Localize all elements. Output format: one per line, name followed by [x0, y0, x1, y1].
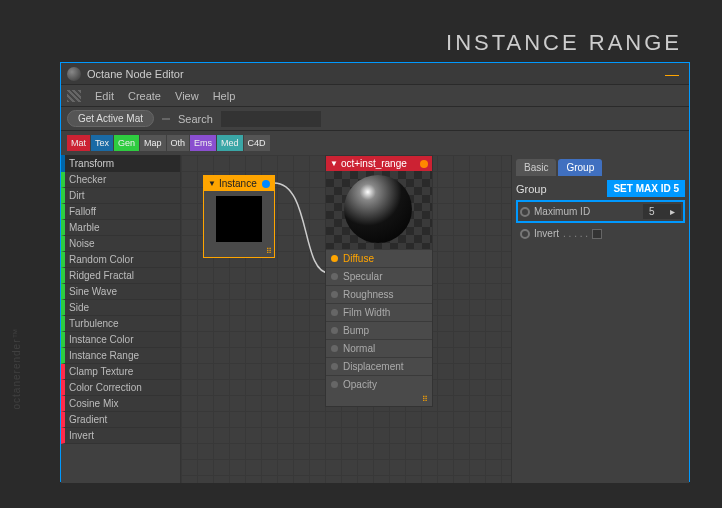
toolbar: Get Active Mat Search	[61, 107, 689, 131]
instance-preview	[204, 191, 274, 247]
output-port[interactable]	[262, 180, 270, 188]
list-item[interactable]: Random Color	[61, 252, 180, 268]
list-item[interactable]: Cosine Mix	[61, 396, 180, 412]
slot-label: Diffuse	[343, 253, 374, 264]
slot-label: Roughness	[343, 289, 394, 300]
category-row: MatTexGenMapOthEmsMedC4D	[61, 131, 689, 155]
tab-basic[interactable]: Basic	[516, 159, 556, 176]
list-item[interactable]: Noise	[61, 236, 180, 252]
list-item[interactable]: Checker	[61, 172, 180, 188]
watermark: octanerender™	[2, 288, 32, 448]
slot-label: Specular	[343, 271, 382, 282]
material-node-header[interactable]: ▼ oct+inst_range	[326, 156, 432, 171]
category-oth[interactable]: Oth	[167, 135, 190, 151]
preview-sphere	[344, 175, 412, 243]
search-label: Search	[178, 113, 213, 125]
menu-help[interactable]: Help	[213, 90, 236, 102]
category-mat[interactable]: Mat	[67, 135, 90, 151]
instance-node-title: Instance	[219, 178, 257, 189]
group-label: Group	[516, 183, 547, 195]
slot-specular[interactable]: Specular	[326, 267, 432, 285]
list-item[interactable]: Sine Wave	[61, 284, 180, 300]
slot-label: Displacement	[343, 361, 404, 372]
slot-normal[interactable]: Normal	[326, 339, 432, 357]
slot-label: Bump	[343, 325, 369, 336]
slot-displacement[interactable]: Displacement	[326, 357, 432, 375]
list-item[interactable]: Side	[61, 300, 180, 316]
material-preview	[326, 171, 432, 249]
menu-bar: Edit Create View Help	[61, 85, 689, 107]
invert-checkbox[interactable]	[592, 229, 602, 239]
grip-icon	[67, 90, 81, 102]
maximum-id-label: Maximum ID	[534, 206, 590, 217]
radio-icon[interactable]	[520, 207, 530, 217]
category-med[interactable]: Med	[217, 135, 243, 151]
material-node[interactable]: ▼ oct+inst_range DiffuseSpecularRoughnes…	[325, 155, 433, 407]
input-port[interactable]	[331, 381, 338, 388]
window-titlebar[interactable]: Octane Node Editor —	[61, 63, 689, 85]
maximum-id-field[interactable]: 5▸	[643, 204, 681, 219]
invert-row[interactable]: Invert . . . . .	[516, 226, 685, 241]
list-item[interactable]: Instance Color	[61, 332, 180, 348]
node-list-panel[interactable]: Transform CheckerDirtFalloffMarbleNoiseR…	[61, 155, 181, 483]
category-ems[interactable]: Ems	[190, 135, 216, 151]
panel-tabs: Basic Group	[516, 159, 685, 176]
page-heading: INSTANCE RANGE	[446, 30, 682, 56]
input-port[interactable]	[331, 291, 338, 298]
resize-handle-icon[interactable]: ⠿	[326, 393, 432, 406]
properties-panel: Basic Group Group SET MAX ID 5 Maximum I…	[511, 155, 689, 483]
node-graph[interactable]: ▼ Instance ⠿ ▼ oct+inst_range DiffuseSpe…	[181, 155, 511, 483]
slot-roughness[interactable]: Roughness	[326, 285, 432, 303]
input-port[interactable]	[331, 273, 338, 280]
callout-annotation: SET MAX ID 5	[607, 180, 685, 197]
triangle-down-icon: ▼	[330, 159, 338, 168]
list-item[interactable]: Clamp Texture	[61, 364, 180, 380]
get-active-mat-button[interactable]: Get Active Mat	[67, 110, 154, 127]
maximum-id-row[interactable]: Maximum ID 5▸	[516, 200, 685, 223]
triangle-down-icon: ▼	[208, 179, 216, 188]
resize-handle-icon[interactable]: ⠿	[204, 247, 274, 257]
list-item[interactable]: Ridged Fractal	[61, 268, 180, 284]
list-item[interactable]: Gradient	[61, 412, 180, 428]
stepper-icon[interactable]: ▸	[670, 206, 675, 217]
input-port[interactable]	[331, 255, 338, 262]
category-c4d[interactable]: C4D	[244, 135, 270, 151]
slot-film-width[interactable]: Film Width	[326, 303, 432, 321]
input-port[interactable]	[331, 363, 338, 370]
list-item[interactable]: Marble	[61, 220, 180, 236]
slot-label: Opacity	[343, 379, 377, 390]
search-input[interactable]	[221, 111, 321, 127]
instance-node-header[interactable]: ▼ Instance	[204, 176, 274, 191]
slot-label: Normal	[343, 343, 375, 354]
material-node-title: oct+inst_range	[341, 158, 407, 169]
app-icon	[67, 67, 81, 81]
category-tex[interactable]: Tex	[91, 135, 113, 151]
input-port[interactable]	[331, 327, 338, 334]
invert-label: Invert	[534, 228, 559, 239]
category-map[interactable]: Map	[140, 135, 166, 151]
minimize-icon[interactable]: —	[665, 66, 679, 82]
menu-view[interactable]: View	[175, 90, 199, 102]
list-header-transform[interactable]: Transform	[61, 155, 180, 172]
list-item[interactable]: Instance Range	[61, 348, 180, 364]
menu-create[interactable]: Create	[128, 90, 161, 102]
slot-diffuse[interactable]: Diffuse	[326, 249, 432, 267]
list-item[interactable]: Falloff	[61, 204, 180, 220]
dots: . . . . .	[563, 228, 588, 239]
input-port[interactable]	[331, 309, 338, 316]
menu-edit[interactable]: Edit	[95, 90, 114, 102]
output-port[interactable]	[420, 160, 428, 168]
window-title: Octane Node Editor	[87, 68, 665, 80]
list-item[interactable]: Invert	[61, 428, 180, 444]
input-port[interactable]	[331, 345, 338, 352]
tab-group[interactable]: Group	[558, 159, 602, 176]
list-item[interactable]: Turbulence	[61, 316, 180, 332]
slot-opacity[interactable]: Opacity	[326, 375, 432, 393]
list-item[interactable]: Dirt	[61, 188, 180, 204]
radio-icon[interactable]	[520, 229, 530, 239]
slot-label: Film Width	[343, 307, 390, 318]
category-gen[interactable]: Gen	[114, 135, 139, 151]
list-item[interactable]: Color Correction	[61, 380, 180, 396]
instance-node[interactable]: ▼ Instance ⠿	[203, 175, 275, 258]
slot-bump[interactable]: Bump	[326, 321, 432, 339]
